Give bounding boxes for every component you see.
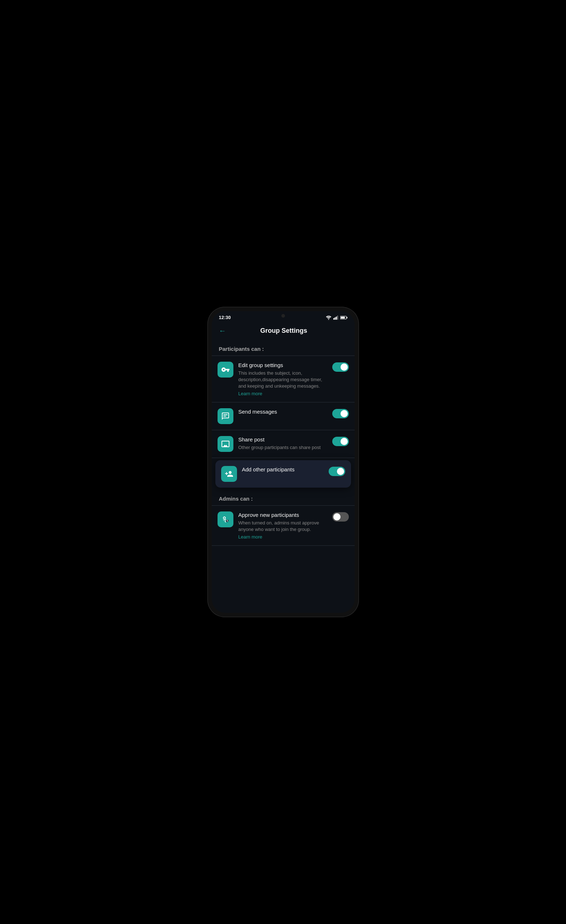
message-icon [221,412,230,420]
phone-screen: 12:30 [212,311,355,613]
svg-rect-8 [223,414,228,415]
approve-participants-toggle-wrapper[interactable] [332,512,349,522]
add-participants-toggle-wrapper[interactable] [329,466,345,476]
toggle-knob [337,468,344,475]
setting-share-post: Share post Other group participants can … [212,430,355,458]
svg-rect-1 [333,318,334,320]
setting-approve-participants: Approve new participants When turned on,… [212,506,355,545]
top-bar: ← Group Settings [212,322,355,340]
send-messages-text: Send messages [238,408,327,417]
wifi-icon [326,315,331,320]
svg-rect-2 [334,317,335,320]
approve-participants-icon-box [217,512,234,527]
share-post-title: Share post [238,436,327,443]
svg-point-0 [328,319,329,320]
camera-notch [282,314,285,318]
status-time: 12:30 [219,315,231,320]
send-messages-title: Send messages [238,408,327,416]
back-button[interactable]: ← [217,325,228,336]
approve-participants-toggle[interactable] [332,512,349,522]
edit-group-toggle-wrapper[interactable] [332,362,349,372]
edit-group-title: Edit group settings [238,362,327,369]
admins-section-header: Admins can : [212,490,355,506]
share-post-text: Share post Other group participants can … [238,436,327,451]
bottom-spacer [212,546,355,560]
approve-participants-text: Approve new participants When turned on,… [238,512,327,540]
send-messages-toggle-wrapper[interactable] [332,408,349,418]
edit-group-icon-box [217,362,234,378]
toggle-knob [341,363,348,370]
share-post-desc: Other group participants can share post [238,444,327,451]
svg-rect-7 [346,316,347,318]
share-post-icon-box [217,436,234,452]
edit-group-desc: This includes the subject, icon, descrip… [238,370,327,390]
edit-group-learn-more[interactable]: Learn more [238,391,327,396]
phone-frame: 12:30 [207,307,359,617]
add-participants-text: Add other participants [242,466,323,474]
toggle-knob [341,410,348,417]
toggle-knob [333,513,341,520]
add-participants-title: Add other participants [242,466,323,473]
scroll-content[interactable]: Participants can : Edit group settings T… [212,340,355,613]
toggle-knob [341,438,348,445]
signal-icon [333,315,338,320]
add-person-icon [225,470,234,478]
divider-4 [212,458,355,458]
page-title: Group Settings [228,327,340,334]
svg-rect-6 [341,316,344,319]
add-participants-toggle[interactable] [329,467,345,476]
send-messages-toggle[interactable] [332,409,349,418]
share-post-toggle-wrapper[interactable] [332,436,349,446]
battery-icon [340,315,347,320]
approve-participants-learn-more[interactable]: Learn more [238,534,327,540]
status-icons [326,315,347,320]
send-messages-icon-box [217,408,234,424]
share-post-toggle[interactable] [332,437,349,446]
key-icon [221,365,230,374]
image-icon [221,440,230,448]
svg-rect-4 [337,315,338,320]
edit-group-text: Edit group settings This includes the su… [238,362,327,396]
setting-edit-group: Edit group settings This includes the su… [212,356,355,402]
svg-rect-3 [336,316,337,320]
approve-participants-title: Approve new participants [238,512,327,519]
setting-send-messages: Send messages [212,402,355,430]
approve-participants-desc: When turned on, admins must approve anyo… [238,520,327,533]
setting-add-participants: Add other participants [216,460,351,488]
svg-rect-9 [223,416,226,417]
add-participants-icon-box [221,466,237,482]
person-clock-icon [221,515,230,524]
participants-section-header: Participants can : [212,340,355,356]
edit-group-toggle[interactable] [332,362,349,372]
